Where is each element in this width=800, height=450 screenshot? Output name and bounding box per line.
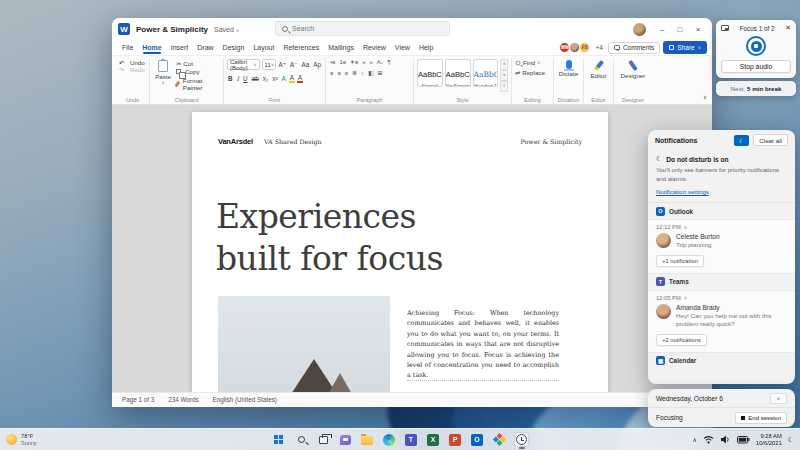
group-header-calendar[interactable]: ▦ Calendar xyxy=(648,353,795,369)
save-status[interactable]: Saved ∨ xyxy=(214,26,239,33)
style-no-spacing[interactable]: AaBbCc No Spacing xyxy=(445,59,471,87)
teams-button[interactable]: T xyxy=(404,432,419,447)
excel-button[interactable]: X xyxy=(426,432,441,447)
minimize-button[interactable]: – xyxy=(654,22,670,36)
focus-close-icon[interactable]: ✕ xyxy=(785,24,791,32)
tab-insert[interactable]: Insert xyxy=(171,44,189,51)
page-indicator[interactable]: Page 1 of 3 xyxy=(122,396,154,403)
tray-chevron-icon[interactable]: ∧ xyxy=(693,436,697,443)
style-gallery-up[interactable]: ∧ xyxy=(500,59,508,70)
tab-layout[interactable]: Layout xyxy=(253,44,274,51)
superscript-button[interactable]: x² xyxy=(271,75,278,82)
style-heading1[interactable]: AaBbCc Heading 1 xyxy=(473,59,499,87)
tab-references[interactable]: References xyxy=(283,44,319,51)
tray-clock[interactable]: 9:28 AM 10/6/2021 xyxy=(756,433,782,447)
collaborator-avatar[interactable]: FS xyxy=(579,42,590,53)
redo-button[interactable]: ↷ Redo xyxy=(119,66,146,73)
collapse-ribbon-chevron[interactable]: ∨ xyxy=(703,94,707,100)
tab-mailings[interactable]: Mailings xyxy=(328,44,354,51)
underline-button[interactable]: U xyxy=(242,75,249,82)
do-not-disturb-toggle[interactable]: ☾ xyxy=(734,135,749,146)
document-page[interactable]: VanArsdel VA Shared Design Power & Simpl… xyxy=(192,112,608,392)
bold-button[interactable]: B xyxy=(227,75,234,82)
photos-button[interactable] xyxy=(492,432,507,447)
word-app-icon[interactable]: W xyxy=(118,23,130,35)
borders-icon[interactable]: ⊞ xyxy=(376,70,383,76)
shrink-font-button[interactable]: A⁻ xyxy=(289,61,299,68)
tab-view[interactable]: View xyxy=(395,44,410,51)
maximize-button[interactable]: □ xyxy=(672,22,688,36)
undo-button[interactable]: ↶ Undo xyxy=(119,59,146,66)
justify-icon[interactable]: ≣ xyxy=(351,70,358,76)
notification-card-teams[interactable]: 12:05 PM∨ Amanda Brady Hey! Can you help… xyxy=(648,290,795,353)
font-size-select[interactable]: 11∨ xyxy=(262,59,276,70)
highlight-color-button[interactable]: A xyxy=(289,74,295,83)
bullet-list-icon[interactable]: •≡ xyxy=(329,59,336,65)
replace-button[interactable]: ⇄Replace xyxy=(515,69,550,76)
file-explorer-button[interactable] xyxy=(360,432,375,447)
text-effects-button[interactable]: A xyxy=(280,75,286,82)
find-button[interactable]: Find∨ xyxy=(515,59,550,66)
language-indicator[interactable]: English (United States) xyxy=(213,396,277,403)
group-header-teams[interactable]: T Teams xyxy=(648,274,795,290)
italic-button[interactable]: I xyxy=(236,75,241,82)
style-normal[interactable]: AaBbCc Normal xyxy=(417,59,443,87)
word-count[interactable]: 234 Words xyxy=(168,396,198,403)
collapse-calendar-button[interactable]: ∨ xyxy=(770,393,787,404)
change-case-button[interactable]: Aa xyxy=(301,61,311,68)
clock-app-button[interactable] xyxy=(514,432,529,447)
cut-button[interactable]: ✂Cut xyxy=(176,60,220,67)
comments-button[interactable]: Comments xyxy=(608,42,660,54)
paste-button[interactable]: Paste ∨ xyxy=(153,59,173,92)
vanarsdel-logo[interactable]: VanArsdel xyxy=(218,137,253,146)
shading-icon[interactable]: ◧ xyxy=(367,70,374,76)
style-gallery-more[interactable]: ≡ xyxy=(500,81,508,92)
subscript-button[interactable]: x₂ xyxy=(262,75,270,82)
header-subtitle[interactable]: VA Shared Design xyxy=(264,138,322,145)
decrease-indent-icon[interactable]: « xyxy=(361,59,366,65)
notification-settings-link[interactable]: Notification settings xyxy=(656,188,709,195)
align-right-icon[interactable]: ≡ xyxy=(344,70,349,76)
tab-home[interactable]: Home xyxy=(142,44,161,51)
date-label[interactable]: Wednesday, October 6 xyxy=(656,395,770,402)
collaborator-avatar[interactable]: MW xyxy=(559,42,570,53)
numbered-list-icon[interactable]: 1≡ xyxy=(338,59,347,65)
sort-icon[interactable]: A↓ xyxy=(376,59,385,65)
copy-button[interactable]: Copy xyxy=(176,68,220,75)
weather-widget[interactable]: 78°F Sunny xyxy=(6,433,37,446)
font-family-select[interactable]: Calibri (Body)∨ xyxy=(227,59,260,70)
start-button[interactable] xyxy=(272,432,287,447)
show-formatting-icon[interactable]: ¶ xyxy=(387,59,392,65)
tab-design[interactable]: Design xyxy=(223,44,245,51)
end-session-button[interactable]: End session xyxy=(735,412,787,424)
header-right-text[interactable]: Power & Simplicity xyxy=(521,138,583,145)
align-left-icon[interactable]: ≡ xyxy=(329,70,334,76)
collaborator-overflow[interactable]: +4 xyxy=(595,44,602,51)
style-gallery-down[interactable]: ∨ xyxy=(500,70,508,81)
battery-icon[interactable] xyxy=(737,436,750,444)
notification-time[interactable]: 12:12 PM∨ xyxy=(656,224,787,230)
grow-font-button[interactable]: A⁺ xyxy=(278,61,288,68)
align-center-icon[interactable]: ≡ xyxy=(336,70,341,76)
body-paragraph[interactable]: Achieving Focus: When technology communi… xyxy=(407,308,559,381)
tab-draw[interactable]: Draw xyxy=(197,44,213,51)
search-input[interactable] xyxy=(292,25,432,32)
tab-review[interactable]: Review xyxy=(363,44,386,51)
notification-card-outlook[interactable]: 12:12 PM∨ Celeste Burton Trip planning +… xyxy=(648,219,795,274)
dnd-tray-icon[interactable]: ☾ xyxy=(788,436,794,444)
edge-button[interactable] xyxy=(382,432,397,447)
multilevel-list-icon[interactable]: ∗≡ xyxy=(349,59,359,65)
wifi-icon[interactable] xyxy=(703,435,714,444)
stop-audio-button[interactable]: Stop audio xyxy=(721,60,791,73)
tab-help[interactable]: Help xyxy=(419,44,433,51)
document-image[interactable] xyxy=(218,296,390,392)
dictate-button[interactable]: Dictate xyxy=(557,60,580,77)
tab-file[interactable]: File xyxy=(122,44,133,51)
picture-in-picture-icon[interactable] xyxy=(721,25,729,31)
document-heading[interactable]: Experiences built for focus xyxy=(216,196,443,280)
task-view-button[interactable] xyxy=(316,432,331,447)
more-notifications-pill[interactable]: +1 notification xyxy=(656,255,704,267)
designer-button[interactable]: Designer xyxy=(617,60,649,79)
phonetic-guide-button[interactable]: Ap xyxy=(312,61,322,68)
account-avatar[interactable] xyxy=(633,23,646,36)
